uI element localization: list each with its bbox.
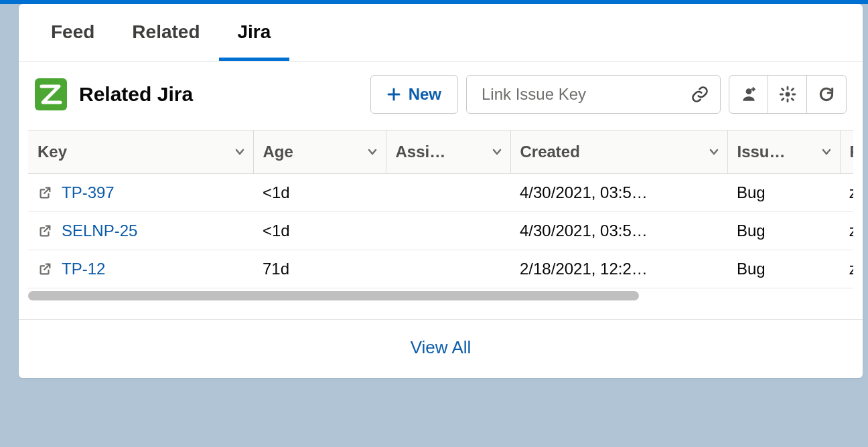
column-header-label: Assi… — [396, 143, 446, 161]
column-header-assignee[interactable]: Assi… — [386, 130, 510, 174]
tab-related[interactable]: Related — [113, 4, 218, 61]
external-link-icon[interactable] — [38, 224, 52, 238]
table-row: TP-397<1d4/30/2021, 03:5…BugzAgile Dev — [28, 174, 853, 212]
table-row: TP-1271d2/18/2021, 12:2…BugzAgile Dev — [28, 250, 853, 288]
column-header-label: Age — [263, 143, 293, 161]
issues-table: Key Age Assi… Created Issu… Reporter TP-… — [28, 130, 853, 288]
external-link-icon[interactable] — [38, 185, 52, 200]
chevron-down-icon — [233, 145, 246, 159]
column-header-key[interactable]: Key — [28, 130, 253, 174]
column-header-label: Created — [520, 143, 580, 161]
new-button[interactable]: New — [370, 75, 458, 114]
cell-assignee — [386, 250, 510, 288]
chevron-down-icon — [366, 145, 379, 159]
issue-key-link[interactable]: TP-397 — [62, 183, 115, 202]
scrollbar-thumb[interactable] — [28, 291, 639, 300]
cell-reporter: zAgile Dev — [840, 174, 853, 212]
svg-point-1 — [785, 92, 790, 97]
settings-button[interactable] — [768, 76, 807, 113]
related-jira-panel: Feed Related Jira Related Jira New — [19, 4, 863, 378]
link-issue-key-input[interactable] — [480, 84, 691, 104]
column-header-label: Issu… — [737, 143, 786, 161]
horizontal-scrollbar[interactable] — [28, 291, 853, 300]
refresh-button[interactable] — [807, 76, 846, 113]
chevron-down-icon — [490, 145, 504, 159]
external-link-icon[interactable] — [38, 262, 52, 276]
new-button-label: New — [409, 85, 441, 104]
related-users-button[interactable] — [729, 76, 768, 113]
issue-key-link[interactable]: SELNP-25 — [62, 221, 137, 240]
column-header-created[interactable]: Created — [510, 130, 727, 174]
cell-reporter: zAgile Dev — [840, 212, 853, 250]
tab-feed[interactable]: Feed — [32, 4, 113, 61]
cell-issuetype: Bug — [727, 212, 840, 250]
view-all-link[interactable]: View All — [411, 337, 472, 357]
cell-reporter: zAgile Dev — [840, 250, 853, 288]
column-header-age[interactable]: Age — [253, 130, 386, 174]
section-title: Related Jira — [79, 83, 193, 106]
column-header-label: Key — [38, 143, 67, 161]
cell-assignee — [386, 212, 510, 250]
cell-issuetype: Bug — [727, 174, 840, 212]
cell-assignee — [386, 174, 510, 212]
svg-point-0 — [745, 88, 751, 94]
tab-bar: Feed Related Jira — [19, 4, 863, 62]
chevron-down-icon — [820, 145, 833, 159]
issue-key-link[interactable]: TP-12 — [62, 260, 105, 278]
cell-created: 2/18/2021, 12:2… — [510, 250, 727, 288]
cell-age: <1d — [253, 174, 386, 212]
cell-age: 71d — [253, 250, 386, 288]
column-header-reporter[interactable]: Reporter — [840, 130, 853, 174]
toolbar-button-group — [729, 75, 847, 114]
cell-created: 4/30/2021, 03:5… — [510, 212, 727, 250]
table-scroll-region[interactable]: Key Age Assi… Created Issu… Reporter TP-… — [28, 130, 853, 288]
cell-issuetype: Bug — [727, 250, 840, 288]
tab-jira[interactable]: Jira — [219, 4, 290, 61]
link-issue-key-group — [466, 75, 721, 114]
chevron-down-icon — [707, 145, 721, 159]
table-row: SELNP-25<1d4/30/2021, 03:5…BugzAgile Dev — [28, 212, 853, 250]
plus-icon — [387, 88, 401, 101]
cell-created: 4/30/2021, 03:5… — [510, 174, 727, 212]
link-icon[interactable] — [691, 85, 709, 104]
zagile-icon — [35, 78, 67, 110]
column-header-label: Reporter — [850, 143, 854, 161]
column-header-issuetype[interactable]: Issu… — [727, 130, 840, 174]
cell-age: <1d — [253, 212, 386, 250]
